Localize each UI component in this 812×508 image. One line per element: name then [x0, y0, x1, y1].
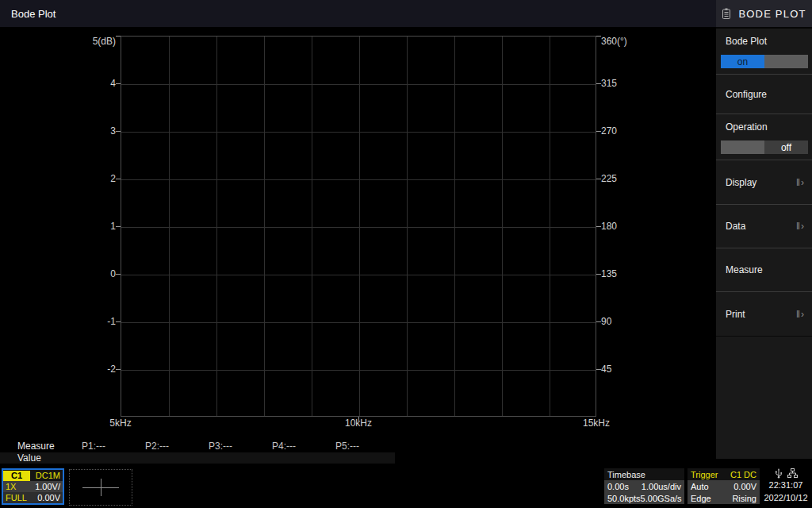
y-right-label: 360(°)	[601, 36, 627, 47]
y-right-tick	[596, 274, 601, 275]
y-right-tick	[596, 131, 601, 132]
sidebar-item-configure[interactable]: Configure	[716, 75, 812, 114]
status-bar: C1 DC1M 1X 1.00V/ FULL 0.00V Timebase 0.…	[0, 467, 812, 508]
y-left-tick	[116, 36, 121, 37]
grid-vline	[169, 37, 170, 416]
sidebar-item-display[interactable]: Display‖›	[716, 160, 812, 205]
sidebar-item-operation[interactable]: Operationoff	[716, 114, 812, 160]
y-left-label: 1	[0, 221, 116, 232]
value-row-title: Value	[17, 452, 41, 464]
title-bar: Bode Plot	[0, 0, 716, 27]
y-left-label: 0	[0, 268, 116, 279]
trigger-level: 0.00V	[733, 482, 756, 491]
measure-slot-p1[interactable]: P1:---	[82, 441, 105, 452]
y-left-label: 2	[0, 173, 116, 184]
grid-hline	[121, 370, 596, 371]
bode-plot-toggle[interactable]: on	[721, 55, 808, 68]
timebase-row-2: 50.0kpts 5.00GSa/s	[604, 492, 684, 504]
channel-bandwidth: FULL	[3, 493, 27, 502]
measure-row-title: Measure	[17, 441, 55, 452]
bode-plot-grid	[121, 36, 596, 417]
sidebar-item-label: Operation	[716, 114, 812, 133]
operation-toggle[interactable]: off	[721, 140, 808, 154]
trigger-row-1: Auto 0.00V	[688, 480, 760, 492]
sidebar-item-bode-plot[interactable]: Bode Ploton	[716, 29, 812, 75]
measure-slot-p3[interactable]: P3:---	[209, 441, 232, 452]
y-left-tick	[116, 321, 121, 322]
sidebar-item-measure[interactable]: Measure	[716, 248, 812, 292]
y-left-tick	[116, 131, 121, 132]
grid-hline	[121, 275, 596, 275]
channel-row-2: 1X 1.00V/	[3, 481, 63, 492]
y-left-label: -1	[0, 316, 116, 327]
y-right-label: 270	[601, 125, 617, 137]
plot-region: Measure P1:---P2:---P3:---P4:---P5:--- V…	[0, 27, 716, 467]
channel-coupling: DC1M	[36, 471, 63, 480]
timebase-scale: 1.00us/div	[642, 482, 681, 491]
y-right-tick	[596, 179, 601, 179]
y-right-tick	[596, 321, 601, 322]
channel-badge: C1	[3, 471, 30, 481]
y-right-tick	[596, 226, 601, 227]
y-left-tick	[116, 369, 121, 370]
submenu-arrow-icon: ‖›	[796, 309, 805, 320]
sidebar-item-label: Print	[716, 309, 745, 320]
sidebar-item-label: Configure	[716, 89, 767, 100]
measure-row: Measure P1:---P2:---P3:---P4:---P5:---	[0, 441, 716, 452]
sidebar-item-print[interactable]: Print‖›	[716, 292, 812, 337]
y-right-tick	[596, 36, 601, 37]
trigger-sweep: Auto	[691, 482, 709, 491]
sidebar-header[interactable]: BODE PLOT	[716, 0, 812, 29]
sidebar-item-label: Data	[716, 221, 745, 232]
y-left-label: 4	[0, 78, 116, 89]
trigger-type: Edge	[691, 494, 711, 503]
measure-slot-p4[interactable]: P4:---	[272, 441, 296, 452]
trigger-title: Trigger	[691, 470, 718, 479]
y-right-label: 315	[601, 78, 617, 89]
measure-slot-p2[interactable]: P2:---	[145, 441, 169, 452]
channel-attenuation: 1X	[3, 482, 16, 491]
toggle-neutral-segment	[764, 55, 808, 68]
sidebar-item-data[interactable]: Data‖›	[716, 205, 812, 248]
y-right-label: 90	[601, 316, 611, 327]
channel-offset: 0.00V	[37, 493, 63, 502]
timebase-delay: 0.00s	[607, 482, 629, 491]
grid-hline	[121, 322, 596, 323]
y-left-label: -2	[0, 364, 116, 375]
sidebar: BODE PLOT Bode PlotonConfigureOperationo…	[716, 0, 812, 459]
clock-date: 2022/10/12	[761, 491, 810, 504]
submenu-arrow-icon: ‖›	[796, 221, 805, 232]
y-left-tick	[116, 179, 121, 179]
x-axis-label: 5kHz	[89, 417, 152, 428]
timebase-descriptor[interactable]: Timebase 0.00s 1.00us/div 50.0kpts 5.00G…	[604, 468, 684, 504]
grid-vline	[264, 37, 265, 416]
grid-vline	[216, 37, 217, 416]
add-channel-slot[interactable]	[69, 469, 132, 506]
y-left-label: 3	[0, 125, 116, 137]
grid-vline	[502, 37, 503, 416]
x-center-tick	[358, 417, 359, 421]
sidebar-item-label: Display	[716, 177, 756, 188]
y-left-tick	[116, 274, 121, 275]
x-axis-label: 15kHz	[565, 417, 628, 428]
timebase-samplerate: 5.00GSa/s	[641, 494, 682, 503]
timebase-title: Timebase	[607, 470, 645, 479]
grid-vline	[550, 37, 550, 416]
clock-time: 22:31:07	[761, 479, 810, 491]
channel-scale: 1.00V/	[35, 482, 63, 491]
trigger-descriptor[interactable]: Trigger C1 DC Auto 0.00V Edge Rising	[688, 468, 760, 504]
timebase-memdepth: 50.0kpts	[607, 494, 641, 503]
y-right-label: 135	[601, 268, 617, 279]
y-right-label: 45	[601, 364, 611, 375]
value-row: Value	[0, 452, 395, 464]
grid-hline	[121, 179, 596, 180]
clock-block: 22:31:07 2022/10/12	[761, 468, 810, 506]
trigger-slope: Rising	[732, 494, 756, 503]
clipboard-icon	[722, 8, 731, 20]
toggle-off-segment: off	[764, 140, 808, 154]
measure-slot-p5[interactable]: P5:---	[335, 441, 359, 452]
submenu-arrow-icon: ‖›	[796, 177, 805, 188]
y-left-tick	[116, 226, 121, 227]
trigger-source: C1 DC	[730, 470, 756, 479]
channel-c1-descriptor[interactable]: C1 DC1M 1X 1.00V/ FULL 0.00V	[2, 468, 64, 505]
